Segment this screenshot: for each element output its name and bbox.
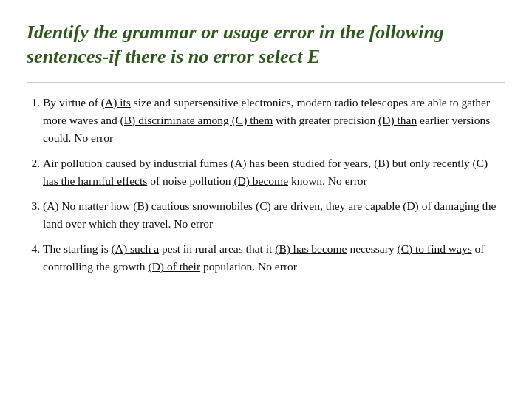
list-item: By virtue of (A) its size and supersensi… — [43, 94, 505, 147]
question-list: By virtue of (A) its size and supersensi… — [27, 94, 505, 283]
slide-title: Identify the grammar or usage error in t… — [27, 21, 505, 69]
divider — [27, 82, 505, 83]
content-area: By virtue of (A) its size and supersensi… — [27, 94, 505, 381]
list-item: (A) No matter how (B) cautious snowmobil… — [43, 197, 505, 233]
list-item: Air pollution caused by industrial fumes… — [43, 154, 505, 190]
list-item: The starling is (A) such a pest in rural… — [43, 240, 505, 276]
slide: Identify the grammar or usage error in t… — [0, 0, 532, 399]
